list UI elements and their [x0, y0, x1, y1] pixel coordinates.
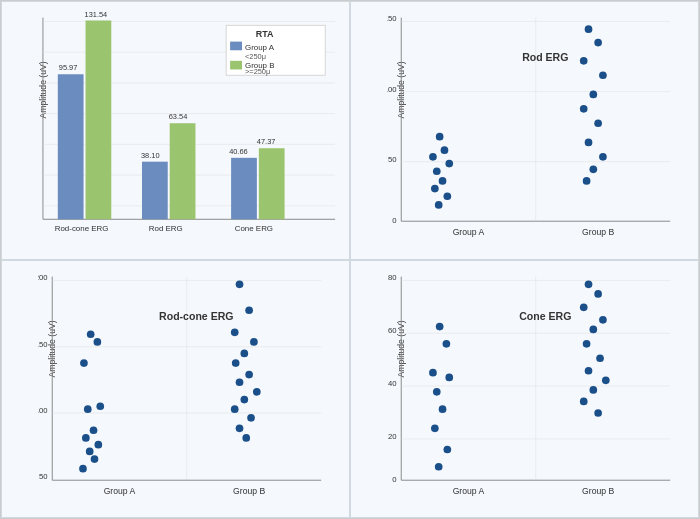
dot — [589, 166, 597, 174]
svg-text:0: 0 — [392, 475, 396, 484]
dot — [431, 185, 439, 193]
dot — [84, 405, 92, 413]
dot — [90, 426, 98, 434]
svg-text:200: 200 — [38, 273, 47, 282]
dot — [596, 354, 604, 362]
svg-rect-26 — [230, 42, 242, 51]
dot — [585, 25, 593, 33]
dot — [86, 447, 94, 455]
scatter-rodcone-svg: Amplitude (uV) 200 150 100 50 Rod-cone E… — [38, 267, 345, 498]
svg-text:Rod-cone ERG: Rod-cone ERG — [55, 224, 109, 233]
bottom-right-chart: Amplitude (uV) 80 60 40 20 0 Cone ERG — [350, 260, 699, 519]
dot — [599, 315, 607, 323]
svg-text:120.00: 120.00 — [38, 45, 39, 54]
svg-text:Group A: Group A — [453, 227, 485, 237]
dot — [240, 395, 248, 403]
svg-rect-29 — [230, 61, 242, 70]
dot — [242, 434, 250, 442]
dot — [231, 405, 239, 413]
bar-rodcone-b — [86, 20, 112, 219]
svg-text:100: 100 — [387, 85, 396, 94]
svg-text:Group B: Group B — [582, 485, 614, 495]
dot — [80, 359, 88, 367]
dot — [433, 388, 441, 396]
svg-text:38.10: 38.10 — [141, 151, 160, 160]
top-right-chart: Amplitude (uV) 150 100 50 0 Rod ERG — [350, 1, 699, 260]
svg-text:Group A: Group A — [245, 43, 275, 52]
dot — [580, 105, 588, 113]
dot — [87, 330, 95, 338]
bar-cone-b — [259, 148, 285, 219]
dot — [436, 322, 444, 330]
dot — [599, 71, 607, 79]
dot — [589, 91, 597, 99]
dot — [236, 378, 244, 386]
dot — [580, 303, 588, 311]
dot — [580, 57, 588, 65]
svg-text:Group A: Group A — [104, 485, 136, 495]
svg-text:63.54: 63.54 — [169, 113, 188, 122]
dot — [439, 405, 447, 413]
dot — [431, 424, 439, 432]
svg-text:50: 50 — [388, 155, 397, 164]
svg-text:47.37: 47.37 — [257, 137, 276, 146]
svg-text:150: 150 — [387, 14, 396, 23]
dot — [445, 373, 453, 381]
svg-text:40.66: 40.66 — [229, 147, 248, 156]
dot — [94, 338, 102, 346]
svg-text:RTA: RTA — [256, 29, 274, 39]
dot — [599, 153, 607, 161]
rodcone-erg-title: Rod-cone ERG — [159, 309, 233, 321]
svg-text:40: 40 — [388, 379, 397, 388]
dot — [439, 177, 447, 185]
dot — [232, 359, 240, 367]
svg-text:60.00: 60.00 — [38, 137, 39, 146]
dot — [594, 409, 602, 417]
dot — [583, 339, 591, 347]
svg-text:80: 80 — [388, 273, 397, 282]
svg-text:Cone ERG: Cone ERG — [235, 224, 273, 233]
bar-chart-svg: Amplitude (uV) 140.00 120.00 100.00 80.0… — [38, 8, 345, 239]
dot — [580, 397, 588, 405]
scatter-rod-svg: Amplitude (uV) 150 100 50 0 Rod ERG — [387, 8, 694, 239]
dot — [602, 376, 610, 384]
dot — [231, 328, 239, 336]
svg-text:0: 0 — [392, 216, 396, 225]
dot — [245, 370, 253, 378]
main-container: Amplitude (uV) 140.00 120.00 100.00 80.0… — [0, 0, 700, 519]
dot — [445, 160, 453, 168]
dot — [594, 290, 602, 298]
dot — [429, 153, 437, 161]
svg-text:Rod ERG: Rod ERG — [149, 224, 183, 233]
dot — [441, 146, 449, 154]
dot — [236, 424, 244, 432]
svg-text:60: 60 — [388, 326, 397, 335]
dot — [433, 167, 441, 175]
dot — [240, 349, 248, 357]
svg-text:20: 20 — [388, 431, 397, 440]
dot — [94, 440, 102, 448]
dot — [435, 462, 443, 470]
dot — [429, 368, 437, 376]
svg-text:100: 100 — [38, 405, 47, 414]
dot — [589, 386, 597, 394]
dot — [443, 192, 451, 200]
dot — [443, 445, 451, 453]
svg-text:20.00: 20.00 — [38, 199, 39, 208]
bottom-left-chart: Amplitude (uV) 200 150 100 50 Rod-cone E… — [1, 260, 350, 519]
dot — [236, 280, 244, 288]
bar-rodcone-a — [58, 74, 84, 219]
dot — [245, 306, 253, 314]
cone-erg-title: Cone ERG — [519, 309, 571, 321]
dot — [583, 177, 591, 185]
scatter-cone-svg: Amplitude (uV) 80 60 40 20 0 Cone ERG — [387, 267, 694, 498]
svg-text:95.97: 95.97 — [59, 64, 78, 73]
dot — [589, 325, 597, 333]
dot — [443, 339, 451, 347]
svg-text:131.54: 131.54 — [85, 10, 108, 19]
dot — [247, 413, 255, 421]
rod-erg-title: Rod ERG — [522, 51, 568, 63]
dot — [436, 133, 444, 141]
dot — [79, 464, 87, 472]
svg-text:Group A: Group A — [453, 485, 485, 495]
